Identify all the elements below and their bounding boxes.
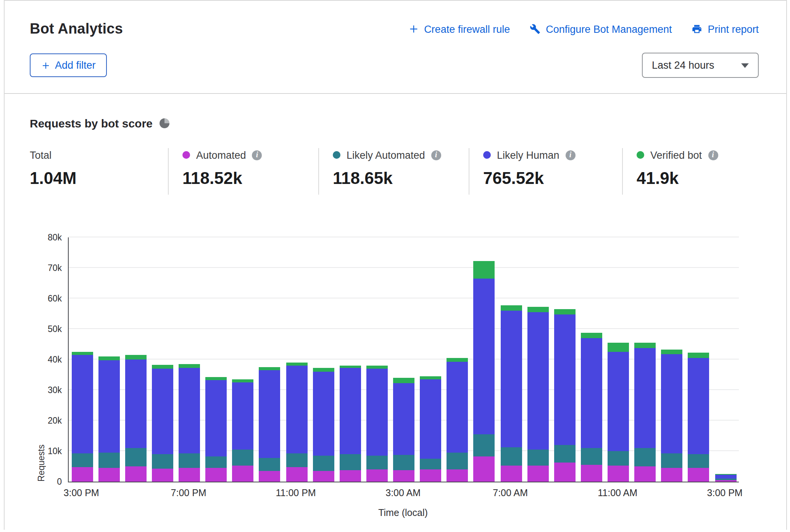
info-icon[interactable] (252, 150, 262, 160)
bar-segment-automated[interactable] (232, 466, 254, 482)
bar-segment-automated[interactable] (474, 456, 495, 482)
stacked-bar-5-00-am[interactable] (447, 358, 468, 482)
bar-segment-likely-human[interactable] (366, 369, 388, 455)
bar-segment-likely-automated[interactable] (71, 453, 93, 468)
bar-segment-likely-automated[interactable] (313, 456, 334, 471)
bar-segment-likely-automated[interactable] (259, 458, 281, 471)
bar-segment-verified-bot[interactable] (447, 358, 468, 362)
info-icon[interactable] (708, 150, 718, 160)
bar-segment-automated[interactable] (581, 464, 602, 482)
bar-segment-likely-automated[interactable] (608, 451, 629, 466)
bar-segment-verified-bot[interactable] (179, 364, 200, 368)
bar-segment-likely-automated[interactable] (581, 448, 602, 464)
bar-segment-verified-bot[interactable] (608, 343, 629, 351)
bar-segment-verified-bot[interactable] (313, 368, 334, 372)
bar-segment-verified-bot[interactable] (232, 380, 254, 382)
stacked-bar-9-00-pm[interactable] (232, 380, 254, 482)
bar-segment-automated[interactable] (661, 468, 683, 482)
bar-segment-automated[interactable] (125, 466, 147, 482)
bar-segment-likely-human[interactable] (152, 369, 173, 454)
bar-segment-verified-bot[interactable] (98, 356, 119, 360)
stacked-bar-11-00-pm[interactable] (286, 363, 307, 482)
bar-segment-likely-human[interactable] (205, 380, 227, 456)
bar-segment-likely-automated[interactable] (661, 453, 683, 468)
bar-segment-verified-bot[interactable] (554, 310, 576, 315)
bar-segment-verified-bot[interactable] (286, 363, 307, 366)
bar-segment-verified-bot[interactable] (366, 366, 388, 369)
bar-segment-likely-human[interactable] (340, 368, 361, 454)
stacked-bar-2-00-pm[interactable] (688, 353, 709, 482)
bar-segment-likely-human[interactable] (125, 360, 147, 448)
stacked-bar-3-00-am[interactable] (393, 377, 414, 482)
stacked-bar-8-00-am[interactable] (527, 307, 548, 482)
bar-segment-likely-human[interactable] (259, 370, 281, 458)
bar-segment-verified-bot[interactable] (125, 355, 147, 360)
bar-segment-automated[interactable] (688, 468, 709, 482)
print-report-link[interactable]: Print report (692, 23, 759, 35)
bar-segment-likely-automated[interactable] (152, 454, 173, 469)
bar-segment-automated[interactable] (313, 471, 334, 482)
bar-segment-verified-bot[interactable] (527, 307, 548, 312)
bar-segment-likely-automated[interactable] (98, 453, 119, 468)
bar-segment-automated[interactable] (500, 466, 522, 482)
stacked-bar-1-00-am[interactable] (340, 366, 361, 482)
bar-segment-likely-automated[interactable] (232, 450, 254, 466)
bar-segment-verified-bot[interactable] (205, 377, 227, 380)
bar-segment-likely-automated[interactable] (125, 448, 147, 466)
bar-segment-likely-automated[interactable] (474, 435, 495, 456)
bar-segment-likely-human[interactable] (554, 314, 576, 445)
stacked-bar-9-00-am[interactable] (554, 310, 576, 482)
stacked-bar-6-00-pm[interactable] (152, 365, 173, 482)
bar-segment-likely-automated[interactable] (420, 458, 441, 469)
bar-segment-likely-human[interactable] (313, 372, 334, 456)
bar-segment-likely-human[interactable] (474, 279, 495, 435)
bar-segment-automated[interactable] (98, 468, 119, 482)
bar-segment-automated[interactable] (527, 466, 548, 482)
info-icon[interactable] (566, 150, 576, 160)
stacked-bar-4-00-am[interactable] (420, 376, 441, 482)
bar-segment-automated[interactable] (608, 466, 629, 482)
stacked-bar-10-00-pm[interactable] (259, 367, 281, 482)
bar-segment-verified-bot[interactable] (474, 261, 495, 279)
bar-segment-automated[interactable] (152, 469, 173, 482)
info-icon[interactable] (431, 150, 441, 160)
bar-segment-likely-automated[interactable] (286, 453, 307, 468)
bar-segment-likely-human[interactable] (179, 368, 200, 454)
stacked-bar-12-00-pm[interactable] (634, 342, 656, 482)
bar-segment-verified-bot[interactable] (634, 342, 656, 348)
bar-segment-verified-bot[interactable] (393, 377, 414, 383)
bar-segment-likely-automated[interactable] (554, 445, 576, 462)
bar-segment-likely-human[interactable] (661, 354, 683, 453)
bar-segment-automated[interactable] (715, 480, 736, 482)
stacked-bar-10-00-am[interactable] (581, 333, 602, 482)
bar-segment-likely-automated[interactable] (179, 453, 200, 468)
bar-segment-likely-automated[interactable] (366, 455, 388, 469)
stacked-bar-5-00-pm[interactable] (125, 355, 147, 482)
bar-segment-automated[interactable] (259, 471, 281, 482)
bar-segment-automated[interactable] (366, 469, 388, 482)
bar-segment-automated[interactable] (447, 470, 468, 482)
bar-segment-automated[interactable] (71, 467, 93, 482)
bar-segment-likely-human[interactable] (634, 348, 656, 448)
stacked-bar-6-00-am[interactable] (474, 261, 495, 482)
stacked-bar-7-00-pm[interactable] (179, 364, 200, 482)
bar-segment-automated[interactable] (554, 463, 576, 482)
bar-segment-likely-human[interactable] (715, 475, 736, 479)
bar-segment-likely-automated[interactable] (205, 456, 227, 468)
bar-segment-likely-automated[interactable] (527, 450, 548, 466)
bar-segment-likely-automated[interactable] (340, 454, 361, 470)
bar-segment-likely-human[interactable] (688, 358, 709, 454)
add-filter-button[interactable]: Add filter (30, 53, 107, 77)
bar-segment-likely-human[interactable] (286, 366, 307, 453)
stacked-bar-3-00-pm[interactable] (71, 352, 93, 482)
bar-segment-verified-bot[interactable] (500, 305, 522, 311)
bar-segment-automated[interactable] (393, 470, 414, 482)
bar-segment-likely-automated[interactable] (500, 447, 522, 466)
create-firewall-rule-link[interactable]: Create firewall rule (408, 23, 510, 35)
bar-segment-likely-human[interactable] (420, 380, 441, 458)
bar-segment-verified-bot[interactable] (71, 352, 93, 355)
bar-segment-verified-bot[interactable] (688, 353, 709, 358)
stacked-bar-12-00-am[interactable] (313, 368, 334, 482)
bar-segment-likely-human[interactable] (500, 311, 522, 447)
bar-segment-verified-bot[interactable] (259, 367, 281, 370)
